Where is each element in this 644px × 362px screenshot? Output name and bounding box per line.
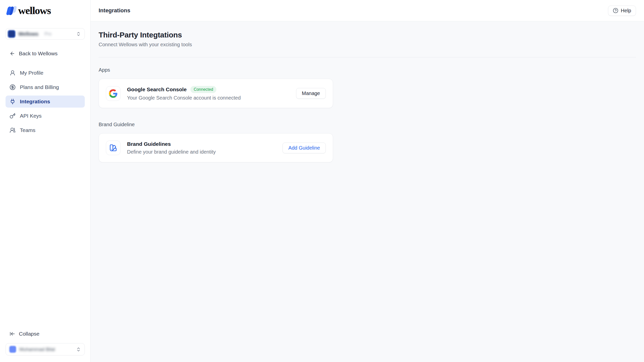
divider (99, 57, 636, 57)
user-name: Muhammad Bilal (19, 347, 55, 352)
add-guideline-button[interactable]: Add Guideline (283, 143, 326, 153)
key-icon (10, 113, 16, 119)
collapse-label: Collapse (19, 331, 39, 337)
users-icon (10, 127, 16, 133)
plug-icon (10, 99, 16, 105)
user-icon (10, 70, 16, 76)
topbar-title: Integrations (99, 7, 130, 14)
card-icon-box (106, 141, 120, 155)
help-circle-icon (613, 8, 618, 13)
sidebar-item-plans-billing[interactable]: Plans and Billing (6, 81, 85, 93)
page-title: Third-Party Integtations (99, 31, 636, 39)
chevrons-up-down-icon (76, 31, 81, 36)
sidebar-item-label: API Keys (20, 113, 42, 119)
section-label-apps: Apps (99, 67, 636, 73)
section-label-brand-guideline: Brand Guideline (99, 122, 636, 127)
arrow-left-to-line-icon (10, 331, 15, 337)
sidebar: wellows Wellows Pro Back to Wellows My P… (0, 0, 91, 362)
sidebar-item-label: Teams (20, 127, 35, 133)
card-body: Brand Guidelines Define your brand guide… (127, 141, 216, 155)
card-title: Google Search Console (127, 86, 187, 93)
card-title: Brand Guidelines (127, 141, 171, 147)
workspace-name: Wellows (18, 31, 38, 37)
arrow-left-icon (10, 51, 15, 56)
sidebar-item-label: My Profile (20, 70, 43, 76)
status-badge: Connected (190, 86, 216, 93)
workspace-plan-badge: Pro (45, 31, 52, 37)
sidebar-item-my-profile[interactable]: My Profile (6, 67, 85, 79)
page-subtitle: Connect Wellows with your excisting tool… (99, 42, 636, 48)
card-icon-box (106, 86, 120, 101)
sidebar-item-api-keys[interactable]: API Keys (6, 110, 85, 122)
google-logo (109, 89, 117, 98)
manage-button[interactable]: Manage (296, 88, 326, 99)
dollar-circle-icon (10, 84, 16, 90)
chevrons-up-down-icon (76, 347, 81, 352)
collapse-sidebar-button[interactable]: Collapse (6, 330, 85, 338)
integration-card-brand-guidelines: Brand Guidelines Define your brand guide… (99, 133, 333, 162)
sidebar-item-teams[interactable]: Teams (6, 124, 85, 136)
integration-card-google-search-console: Google Search Console Connected Your Goo… (99, 79, 333, 108)
brand-logo-text: wellows (18, 5, 51, 17)
back-to-wellows-label: Back to Wellows (19, 51, 58, 57)
main-area: Integrations Help Third-Party Integtatio… (91, 0, 644, 362)
swatch-book-icon (109, 144, 117, 152)
topbar: Integrations Help (91, 0, 644, 21)
wellows-logo-icon (5, 5, 17, 16)
card-description: Your Google Search Console account is co… (127, 95, 241, 101)
sidebar-bottom: Collapse Muhammad Bilal (0, 330, 90, 362)
sidebar-nav: My Profile Plans and Billing Integration… (6, 67, 85, 136)
sidebar-item-label: Plans and Billing (20, 84, 59, 90)
workspace-avatar (8, 30, 15, 38)
sidebar-item-label: Integrations (20, 99, 50, 105)
brand-logo: wellows (0, 0, 90, 17)
help-button-label: Help (621, 8, 631, 14)
workspace-selector[interactable]: Wellows Pro (6, 28, 85, 40)
back-to-wellows-link[interactable]: Back to Wellows (6, 50, 85, 57)
sidebar-item-integrations[interactable]: Integrations (6, 96, 85, 108)
user-menu[interactable]: Muhammad Bilal (6, 343, 85, 355)
card-body: Google Search Console Connected Your Goo… (127, 86, 241, 101)
help-button[interactable]: Help (608, 6, 636, 16)
page-content: Third-Party Integtations Connect Wellows… (91, 21, 644, 362)
user-avatar (9, 346, 16, 353)
card-description: Define your brand guideline and identity (127, 149, 216, 155)
